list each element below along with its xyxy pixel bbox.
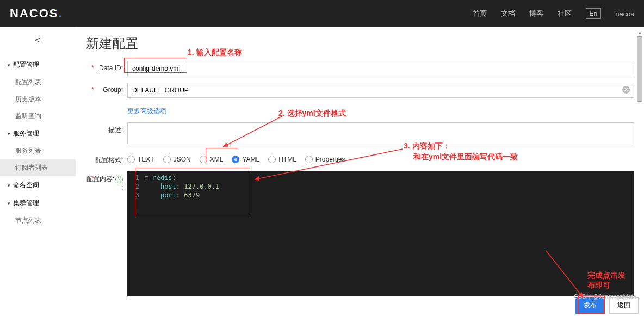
sidebar: < 配置管理 配置列表 历史版本 监听查询 服务管理 服务列表 订阅者列表 命名… [0, 27, 76, 316]
sidebar-item-listen[interactable]: 监听查询 [0, 108, 76, 125]
editor-gutter: 123 [127, 171, 143, 296]
data-id-input[interactable] [127, 61, 634, 76]
topbar: NACOS. 首页 文档 博客 社区 En nacos [0, 0, 644, 27]
page-title: 新建配置 [86, 35, 634, 52]
label-desc: 描述: [86, 122, 127, 135]
main-panel: 新建配置 Data ID: Group: ✕ 更多高级选项 描述: 配置格式: [76, 27, 644, 316]
advanced-link[interactable]: 更多高级选项 [127, 107, 166, 116]
menu-group-config[interactable]: 配置管理 [0, 56, 76, 74]
scroll-thumb[interactable] [637, 36, 642, 102]
format-json[interactable]: JSON [163, 156, 191, 163]
format-yaml[interactable]: YAML [232, 156, 259, 163]
watermark: CSDN @JonathanMate [574, 293, 636, 300]
logo: NACOS. [10, 7, 63, 21]
menu-group-namespace[interactable]: 命名空间 [0, 176, 76, 194]
scroll-up-icon[interactable]: ▴ [639, 29, 641, 35]
sidebar-item-subscribers[interactable]: 订阅者列表 [0, 159, 76, 176]
nav-community[interactable]: 社区 [558, 9, 572, 18]
nav-blog[interactable]: 博客 [529, 9, 543, 18]
top-nav: 首页 文档 博客 社区 En nacos [473, 8, 634, 19]
format-properties[interactable]: Properties [305, 156, 345, 163]
label-data-id: Data ID: [86, 61, 127, 72]
sidebar-item-service-list[interactable]: 服务列表 [0, 142, 76, 159]
format-xml[interactable]: XML [200, 156, 224, 163]
scrollbar-vertical[interactable]: ▴ [636, 29, 643, 315]
sidebar-item-history[interactable]: 历史版本 [0, 91, 76, 108]
label-group: Group: [86, 83, 127, 94]
nav-user[interactable]: nacos [615, 10, 634, 18]
format-radios: TEXT JSON XML YAML HTML Properties [127, 152, 634, 163]
sidebar-item-nodes[interactable]: 节点列表 [0, 212, 76, 229]
nav-docs[interactable]: 文档 [501, 9, 515, 18]
clear-group-icon[interactable]: ✕ [622, 86, 630, 94]
format-html[interactable]: HTML [268, 156, 296, 163]
label-format: 配置格式: [86, 152, 127, 165]
menu-group-cluster[interactable]: 集群管理 [0, 194, 76, 212]
sidebar-item-config-list[interactable]: 配置列表 [0, 74, 76, 91]
desc-input[interactable] [127, 122, 634, 144]
back-icon[interactable]: < [0, 35, 76, 46]
editor-code[interactable]: ⊟ redis: host: 127.0.0.1 port: 6379 [143, 171, 224, 296]
format-text[interactable]: TEXT [127, 156, 154, 163]
menu-group-service[interactable]: 服务管理 [0, 125, 76, 142]
group-input[interactable] [127, 83, 634, 98]
help-icon[interactable]: ? [115, 176, 123, 183]
label-content: 配置内容:? : [86, 171, 127, 191]
nav-home[interactable]: 首页 [473, 9, 487, 18]
code-editor[interactable]: 123 ⊟ redis: host: 127.0.0.1 port: 6379 [127, 171, 634, 296]
nav-lang[interactable]: En [586, 8, 602, 19]
